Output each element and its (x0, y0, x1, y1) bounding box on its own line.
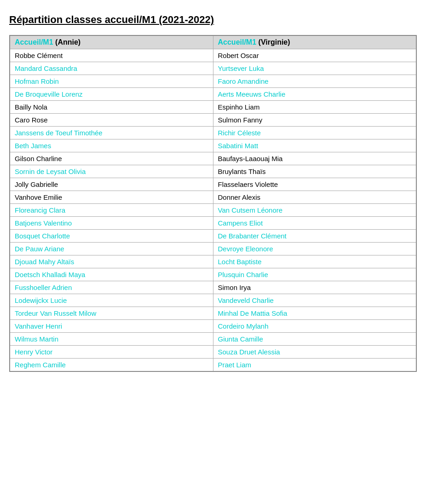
left-cell: Jolly Gabrielle (10, 178, 213, 191)
table-header-row: Accueil/M1 (Annie) Accueil/M1 (Virginie) (10, 35, 416, 49)
table-row: De Broqueville LorenzAerts Meeuws Charli… (10, 88, 416, 101)
header-virginie: Accueil/M1 (Virginie) (213, 35, 416, 49)
right-cell: Sulmon Fanny (213, 114, 416, 127)
table-row: Djouad Mahy AltaïsLocht Baptiste (10, 255, 416, 268)
right-cell: Cordeiro Mylanh (213, 320, 416, 333)
table-row: Reghem CamillePraet Liam (10, 359, 416, 372)
right-cell: Richir Céleste (213, 127, 416, 139)
left-cell: Reghem Camille (10, 359, 213, 372)
left-cell: Mandard Cassandra (10, 62, 213, 75)
right-cell: Plusquin Charlie (213, 268, 416, 281)
left-cell: Fusshoeller Adrien (10, 281, 213, 294)
left-cell: Robbe Clément (10, 49, 213, 62)
left-cell: Tordeur Van Russelt Milow (10, 307, 213, 320)
left-cell: Gilson Charline (10, 152, 213, 165)
table-row: De Pauw ArianeDevroye Eleonore (10, 243, 416, 255)
left-cell: Sornin de Leysat Olivia (10, 165, 213, 178)
table-row: Lodewijckx LucieVandeveld Charlie (10, 294, 416, 307)
right-cell: Devroye Eleonore (213, 243, 416, 255)
header-annie: Accueil/M1 (Annie) (10, 35, 213, 49)
table-row: Hofman RobinFaoro Amandine (10, 75, 416, 88)
right-cell: Locht Baptiste (213, 255, 416, 268)
table-row: Vanhaver HenriCordeiro Mylanh (10, 320, 416, 333)
left-cell: Beth James (10, 139, 213, 152)
right-cell: Donner Alexis (213, 191, 416, 204)
right-cell: Faoro Amandine (213, 75, 416, 88)
table-row: Gilson CharlineBaufays-Laaouaj Mia (10, 152, 416, 165)
left-cell: Caro Rose (10, 114, 213, 127)
table-row: Caro RoseSulmon Fanny (10, 114, 416, 127)
table-row: Vanhove EmilieDonner Alexis (10, 191, 416, 204)
table-row: Mandard CassandraYurtsever Luka (10, 62, 416, 75)
left-cell: De Pauw Ariane (10, 243, 213, 255)
right-cell: Giunta Camille (213, 333, 416, 346)
right-cell: De Brabanter Clément (213, 230, 416, 243)
left-cell: Doetsch Khalladi Maya (10, 268, 213, 281)
class-table: Accueil/M1 (Annie) Accueil/M1 (Virginie)… (9, 35, 417, 372)
table-row: Beth JamesSabatini Matt (10, 139, 416, 152)
page-title: Répartition classes accueil/M1 (2021-202… (9, 14, 417, 26)
left-cell: Bailly Nola (10, 101, 213, 114)
left-cell: Vanhove Emilie (10, 191, 213, 204)
left-cell: Bosquet Charlotte (10, 230, 213, 243)
right-cell: Flasselaers Violette (213, 178, 416, 191)
right-cell: Bruylants Thaïs (213, 165, 416, 178)
left-cell: Batjoens Valentino (10, 217, 213, 230)
left-cell: De Broqueville Lorenz (10, 88, 213, 101)
table-row: Wilmus MartinGiunta Camille (10, 333, 416, 346)
right-cell: Souza Druet Alessia (213, 346, 416, 359)
table-row: Batjoens ValentinoCampens Eliot (10, 217, 416, 230)
table-row: Henry VictorSouza Druet Alessia (10, 346, 416, 359)
left-cell: Janssens de Toeuf Timothée (10, 127, 213, 139)
left-cell: Wilmus Martin (10, 333, 213, 346)
table-row: Janssens de Toeuf TimothéeRichir Céleste (10, 127, 416, 139)
table-row: Bailly NolaEspinho Liam (10, 101, 416, 114)
right-cell: Praet Liam (213, 359, 416, 372)
table-row: Robbe ClémentRobert Oscar (10, 49, 416, 62)
table-row: Doetsch Khalladi MayaPlusquin Charlie (10, 268, 416, 281)
table-row: Fusshoeller AdrienSimon Irya (10, 281, 416, 294)
right-cell: Robert Oscar (213, 49, 416, 62)
right-cell: Van Cutsem Léonore (213, 204, 416, 217)
left-cell: Henry Victor (10, 346, 213, 359)
right-cell: Minhal De Mattia Sofia (213, 307, 416, 320)
left-cell: Floreancig Clara (10, 204, 213, 217)
table-row: Jolly GabrielleFlasselaers Violette (10, 178, 416, 191)
left-cell: Hofman Robin (10, 75, 213, 88)
table-row: Sornin de Leysat OliviaBruylants Thaïs (10, 165, 416, 178)
right-cell: Sabatini Matt (213, 139, 416, 152)
right-cell: Espinho Liam (213, 101, 416, 114)
table-row: Bosquet CharlotteDe Brabanter Clément (10, 230, 416, 243)
right-cell: Yurtsever Luka (213, 62, 416, 75)
right-cell: Baufays-Laaouaj Mia (213, 152, 416, 165)
right-cell: Aerts Meeuws Charlie (213, 88, 416, 101)
left-cell: Lodewijckx Lucie (10, 294, 213, 307)
left-cell: Djouad Mahy Altaïs (10, 255, 213, 268)
table-row: Floreancig ClaraVan Cutsem Léonore (10, 204, 416, 217)
table-row: Tordeur Van Russelt MilowMinhal De Matti… (10, 307, 416, 320)
left-cell: Vanhaver Henri (10, 320, 213, 333)
right-cell: Simon Irya (213, 281, 416, 294)
right-cell: Vandeveld Charlie (213, 294, 416, 307)
right-cell: Campens Eliot (213, 217, 416, 230)
